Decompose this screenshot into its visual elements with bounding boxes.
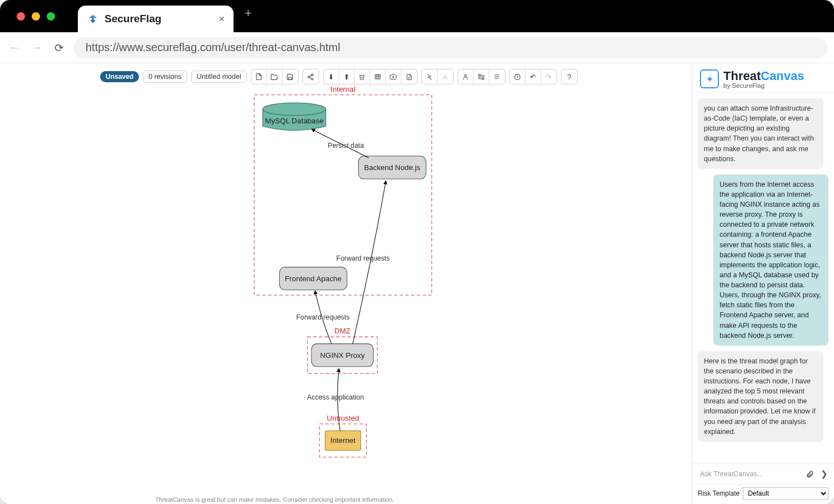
svg-point-14 bbox=[478, 74, 480, 76]
upload-button[interactable]: ⬆ bbox=[339, 69, 355, 84]
threatcanvas-logo-icon: ✦ bbox=[700, 69, 719, 88]
url-text: https://www.secureflag.com/user/threat-c… bbox=[86, 41, 340, 54]
send-button[interactable]: ❯ bbox=[818, 468, 830, 480]
svg-text:Access application: Access application bbox=[307, 393, 364, 401]
chat-scroll[interactable]: you can attach some Infrastructure-as-Co… bbox=[692, 93, 834, 463]
table-button[interactable] bbox=[370, 69, 386, 84]
nav-reload-button[interactable]: ⟳ bbox=[51, 40, 67, 56]
svg-text:DMZ: DMZ bbox=[334, 327, 350, 335]
svg-point-13 bbox=[464, 74, 466, 77]
new-file-button[interactable] bbox=[251, 69, 267, 84]
history-button[interactable] bbox=[510, 69, 525, 84]
svg-point-10 bbox=[393, 76, 394, 78]
node-mysql-database[interactable]: MySQL Database bbox=[263, 103, 326, 130]
window-zoom-button[interactable] bbox=[47, 12, 55, 21]
open-file-button[interactable] bbox=[267, 69, 282, 84]
svg-text:Frontend Apache: Frontend Apache bbox=[285, 275, 341, 283]
browser-titlebar: SecureFlag × + bbox=[0, 0, 834, 32]
risk-template-select[interactable]: Default bbox=[743, 487, 828, 500]
nav-forward-button[interactable]: → bbox=[29, 40, 44, 56]
chat-message-ai: Here is the threat model graph for the s… bbox=[698, 351, 823, 442]
secureflag-favicon bbox=[87, 13, 99, 25]
svg-text:NGINX Proxy: NGINX Proxy bbox=[320, 351, 365, 360]
chat-message-ai: you can attach some Infrastructure-as-Co… bbox=[698, 98, 823, 169]
svg-text:MySQL Database: MySQL Database bbox=[265, 117, 324, 125]
svg-point-20 bbox=[263, 103, 326, 116]
brand-title: ThreatCanvas bbox=[723, 69, 805, 83]
chat-input[interactable]: Ask ThreatCanvas... bbox=[697, 466, 801, 482]
svg-text:Untrusted: Untrusted bbox=[327, 414, 359, 422]
url-input[interactable]: https://www.secureflag.com/user/threat-c… bbox=[73, 37, 827, 58]
unsaved-badge: Unsaved bbox=[100, 71, 139, 82]
svg-point-3 bbox=[311, 78, 313, 79]
tab-title: SecureFlag bbox=[105, 13, 213, 25]
add-datastore-button[interactable] bbox=[489, 69, 505, 84]
nav-back-button[interactable]: ← bbox=[7, 40, 22, 56]
editor-toolbar: Unsaved 0 revisions Untitled model bbox=[100, 69, 578, 84]
svg-line-5 bbox=[310, 77, 312, 78]
revisions-button[interactable]: 0 revisions bbox=[143, 71, 187, 83]
svg-point-2 bbox=[308, 76, 310, 77]
footer-disclaimer: ThreatCanvas is great but can make mista… bbox=[0, 496, 549, 503]
add-process-button[interactable] bbox=[474, 69, 489, 84]
text-style-button: A bbox=[438, 69, 453, 84]
save-button[interactable] bbox=[282, 69, 298, 84]
svg-text:Backend Node.js: Backend Node.js bbox=[364, 163, 420, 172]
svg-point-1 bbox=[311, 74, 313, 76]
auto-layout-button[interactable] bbox=[422, 69, 438, 84]
zone-internal-label: Internal bbox=[331, 85, 356, 93]
export-doc-button[interactable] bbox=[401, 69, 417, 84]
assistant-sidebar: ✦ ThreatCanvas by SecureFlag you can att… bbox=[692, 63, 834, 504]
chat-message-user: Users from the Internet access the appli… bbox=[713, 174, 828, 346]
window-close-button[interactable] bbox=[17, 12, 25, 21]
svg-text:Internet: Internet bbox=[330, 436, 356, 445]
model-name-input[interactable]: Untitled model bbox=[191, 71, 247, 83]
new-tab-button[interactable]: + bbox=[245, 6, 252, 21]
help-button[interactable]: ? bbox=[562, 69, 577, 84]
share-button[interactable] bbox=[303, 69, 319, 84]
diagram-canvas[interactable]: Unsaved 0 revisions Untitled model bbox=[0, 63, 692, 504]
svg-text:Persist data: Persist data bbox=[327, 142, 364, 149]
svg-rect-6 bbox=[375, 74, 380, 79]
svg-line-4 bbox=[310, 75, 312, 76]
attach-button[interactable] bbox=[804, 468, 815, 480]
svg-text:Forward requests: Forward requests bbox=[296, 313, 350, 321]
undo-button[interactable]: ↶ bbox=[525, 69, 541, 84]
screenshot-button[interactable] bbox=[386, 69, 401, 84]
risk-template-label: Risk Template bbox=[698, 490, 739, 497]
svg-rect-0 bbox=[91, 20, 95, 22]
svg-point-15 bbox=[482, 78, 484, 79]
download-button[interactable]: ⬇ bbox=[324, 69, 339, 84]
add-actor-button[interactable] bbox=[458, 69, 474, 84]
redo-button: ↷ bbox=[541, 69, 557, 84]
diagram-svg: Internal MySQL Database Backend Node.js … bbox=[0, 63, 692, 504]
window-minimize-button[interactable] bbox=[32, 12, 40, 21]
svg-text:Forward requests: Forward requests bbox=[336, 255, 390, 262]
tab-close-button[interactable]: × bbox=[219, 13, 225, 25]
browser-tab[interactable]: SecureFlag × bbox=[78, 6, 234, 32]
url-bar-row: ← → ⟳ https://www.secureflag.com/user/th… bbox=[0, 32, 834, 63]
delete-button[interactable] bbox=[355, 69, 370, 84]
